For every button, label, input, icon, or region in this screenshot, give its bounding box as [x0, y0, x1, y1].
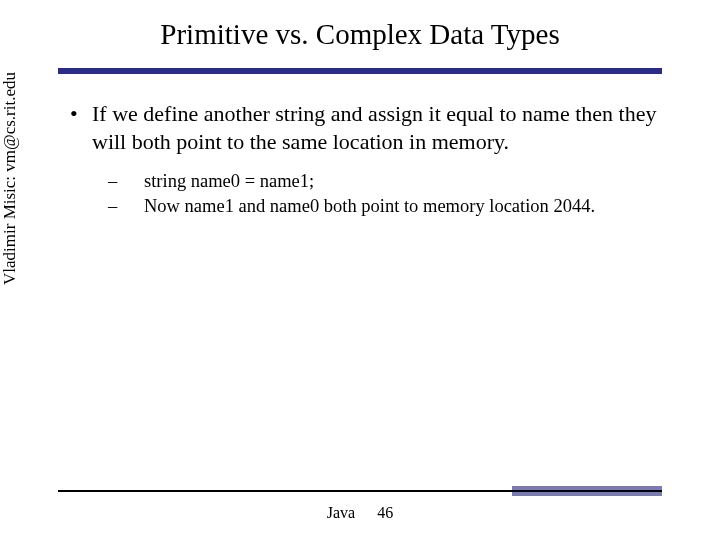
footer-label: Java — [327, 504, 355, 522]
sub-bullet-item: – Now name1 and name0 both point to memo… — [108, 194, 670, 219]
sub-bullet-mark: – — [108, 169, 144, 194]
sub-bullet-text: Now name1 and name0 both point to memory… — [144, 194, 595, 219]
body-content: • If we define another string and assign… — [70, 100, 670, 219]
footer-rule — [58, 490, 662, 492]
bullet-mark: • — [70, 100, 92, 155]
bullet-text: If we define another string and assign i… — [92, 100, 670, 155]
sub-bullet-item: – string name0 = name1; — [108, 169, 670, 194]
page-number: 46 — [377, 504, 393, 521]
title-underline — [58, 68, 662, 74]
footer: Java 46 — [0, 504, 720, 522]
author-sidebar: Vladimir Misic: vm@cs.rit.edu — [0, 72, 20, 285]
sub-bullet-mark: – — [108, 194, 144, 219]
sub-bullet-text: string name0 = name1; — [144, 169, 314, 194]
sub-bullet-list: – string name0 = name1; – Now name1 and … — [108, 169, 670, 219]
slide-title: Primitive vs. Complex Data Types — [0, 18, 720, 51]
slide: Primitive vs. Complex Data Types • If we… — [0, 0, 720, 540]
bullet-item: • If we define another string and assign… — [70, 100, 670, 155]
